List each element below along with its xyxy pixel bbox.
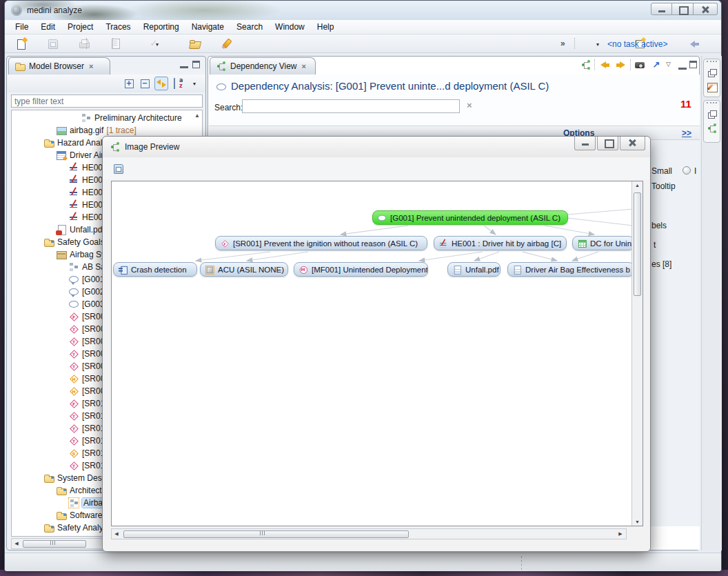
menu-search[interactable]: Search — [230, 21, 269, 33]
view-menu-chevron-icon[interactable]: ▽ — [666, 61, 671, 68]
graph-node-crash[interactable]: Crash detection — [113, 262, 197, 277]
scrollbar-thumb[interactable] — [634, 192, 641, 296]
minimized-view-stack[interactable] — [703, 59, 720, 97]
minimize-button[interactable] — [651, 3, 672, 15]
graph-edge — [419, 252, 483, 261]
dialog-title-bar[interactable]: Image Preview — [103, 137, 650, 157]
diagram-icon — [81, 112, 92, 123]
menu-window[interactable]: Window — [269, 21, 311, 33]
minimized-view-stack[interactable] — [703, 100, 720, 143]
diamond-t-icon: T — [68, 324, 79, 335]
scroll-down-icon[interactable]: ▼ — [633, 519, 643, 524]
graph-node-acu[interactable]: ACU (ASIL NONE) — [200, 262, 288, 277]
options-expand-link[interactable]: >> — [682, 128, 691, 138]
diamond-letter: H — [69, 377, 79, 381]
menu-reporting[interactable]: Reporting — [137, 21, 185, 33]
main-toolbar: ▾ » ▾ <no task active> — [5, 34, 721, 53]
scrollbar-thumb[interactable] — [123, 530, 409, 538]
drag-handle[interactable] — [707, 61, 717, 65]
diamond-letter: F — [221, 241, 229, 245]
panel-maximize-icon[interactable] — [689, 61, 697, 68]
clear-search-icon[interactable]: × — [467, 100, 472, 110]
collapse-all-button[interactable] — [138, 77, 152, 90]
close-button[interactable] — [694, 3, 718, 15]
dialog-maximize-button[interactable] — [597, 137, 618, 150]
graph-node-mf001[interactable]: M[MF001] Unintended Deployment — [294, 262, 428, 277]
menu-project[interactable]: Project — [61, 21, 99, 33]
dependency-view-icon[interactable] — [707, 123, 718, 134]
diamond-t-icon: T — [68, 348, 79, 359]
toolbar-separator — [630, 59, 631, 70]
history-back-icon[interactable] — [600, 59, 611, 70]
dialog-minimize-button[interactable] — [574, 137, 596, 150]
graph-edge — [196, 252, 270, 261]
back-arrow-icon[interactable] — [689, 38, 700, 49]
scroll-right-icon[interactable]: ▶ — [616, 531, 625, 537]
menu-navigate[interactable]: Navigate — [185, 21, 230, 33]
editor-view-icon[interactable] — [707, 81, 718, 92]
scroll-up-icon[interactable]: ▲ — [633, 183, 643, 188]
sort-button[interactable] — [172, 77, 186, 90]
menu-traces[interactable]: Traces — [99, 21, 136, 33]
save-icon[interactable] — [47, 38, 58, 49]
filter-input[interactable] — [11, 95, 203, 108]
canvas-hscrollbar[interactable]: ◀ ▶ — [111, 528, 627, 539]
refresh-graph-icon[interactable] — [580, 59, 592, 70]
tree-item[interactable]: Preliminary Architecture — [12, 112, 202, 124]
scroll-left-icon[interactable]: ◀ — [12, 541, 21, 546]
tab-close-icon[interactable]: × — [88, 62, 93, 70]
scrollbar-grip[interactable] — [50, 541, 56, 545]
toolbar-overflow[interactable]: » — [560, 39, 565, 48]
scrollbar-grip[interactable] — [260, 531, 265, 535]
menu-edit[interactable]: Edit — [34, 21, 61, 33]
option-fragment: t — [654, 240, 656, 250]
tree-item-label: Safety Analys — [57, 523, 108, 533]
radio-button[interactable] — [682, 166, 691, 175]
menu-file[interactable]: File — [9, 21, 34, 33]
view-menu-icon[interactable]: ▾ — [188, 77, 201, 90]
scroll-up-icon[interactable]: ▲ — [194, 112, 200, 119]
graph-node-g001[interactable]: [G001] Prevent unintended deployment (AS… — [372, 210, 568, 225]
panel-maximize-icon[interactable] — [192, 61, 200, 68]
diamond-f-icon: F — [68, 398, 79, 409]
export-icon[interactable]: ↗ — [651, 59, 662, 70]
tree-item-label: Additional Int — [57, 535, 105, 537]
graph-node-sr001[interactable]: F[SR001] Prevent the ignition without re… — [215, 236, 427, 250]
graph-node-driver[interactable]: Driver Air Bag Effectiveness b — [507, 262, 634, 277]
search-input[interactable] — [242, 99, 460, 113]
graph-node-unfall[interactable]: Unfall.pdf — [447, 262, 501, 277]
marker-dropdown-icon[interactable]: ▾ — [156, 41, 159, 48]
menu-help[interactable]: Help — [311, 21, 341, 33]
link-with-editor-button[interactable] — [154, 77, 168, 90]
tab-close-icon[interactable]: × — [301, 62, 306, 70]
tab-model-browser[interactable]: Model Browser × — [8, 57, 110, 75]
print-icon[interactable] — [79, 38, 90, 49]
graph-node-label: HE001 : Driver hit by airbag [C] — [452, 239, 561, 248]
toolbar-separator — [86, 38, 87, 49]
tab-dependency-view[interactable]: Dependency View × — [210, 57, 316, 75]
scroll-left-icon[interactable]: ◀ — [112, 531, 121, 537]
tree-item[interactable]: airbag.gif[1 trace] — [12, 124, 202, 137]
sort-az-icon — [174, 78, 185, 89]
new-icon[interactable] — [16, 38, 27, 49]
panel-minimize-icon[interactable] — [180, 61, 188, 68]
dialog-close-button[interactable] — [620, 137, 645, 150]
open-icon[interactable] — [189, 38, 200, 49]
title-bar[interactable]: medini analyze — [5, 1, 721, 20]
save-image-icon[interactable] — [112, 163, 123, 174]
marker-icon[interactable] — [221, 38, 232, 49]
diagram-icon — [68, 261, 79, 272]
history-forward-icon[interactable] — [615, 59, 626, 70]
panel-minimize-icon[interactable] — [678, 63, 687, 70]
report-icon[interactable] — [110, 38, 121, 49]
maximize-button[interactable] — [672, 3, 694, 15]
restore-view-icon[interactable] — [707, 68, 718, 79]
expand-all-button[interactable] — [122, 77, 136, 90]
back-dropdown-icon[interactable]: ▾ — [596, 41, 599, 48]
drag-handle[interactable] — [707, 102, 717, 106]
graph-node-dc001[interactable]: DC for Unin — [572, 236, 634, 250]
snapshot-icon[interactable] — [634, 59, 645, 70]
hazard-icon — [438, 239, 448, 248]
restore-view-icon[interactable] — [707, 109, 718, 120]
graph-node-he001[interactable]: HE001 : Driver hit by airbag [C] — [434, 236, 567, 250]
